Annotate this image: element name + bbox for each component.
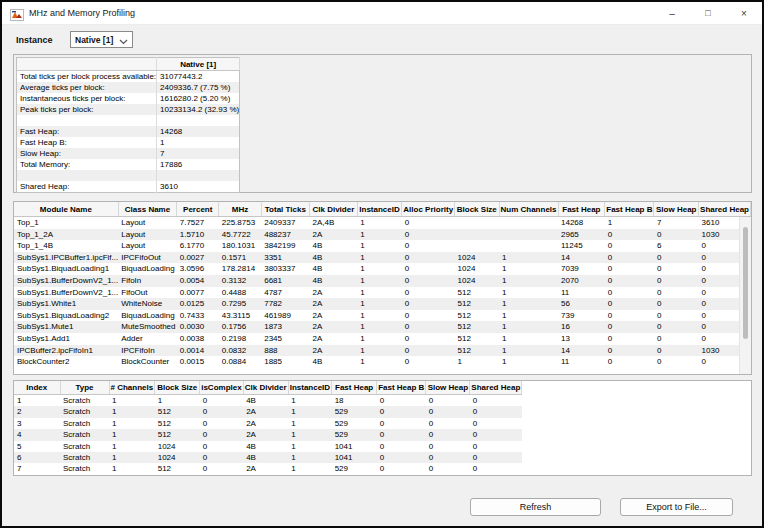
table-cell[interactable]: 0: [377, 429, 426, 440]
table-cell[interactable]: 0.0030: [177, 321, 219, 333]
table-cell[interactable]: SubSys1.BufferDownV2_1...: [14, 275, 118, 287]
table-cell[interactable]: 1: [109, 463, 155, 474]
table-cell[interactable]: 1: [499, 333, 558, 345]
table-cell[interactable]: 1: [357, 345, 402, 357]
table-cell[interactable]: SubSys1.BiquadLoading2: [14, 310, 118, 322]
table-cell[interactable]: 3803337: [261, 263, 309, 275]
table-cell[interactable]: SubSys1.Mute1: [14, 321, 118, 333]
table-row[interactable]: 4Scratch151202A1529000: [14, 429, 522, 440]
table-cell[interactable]: WhiteNoise: [118, 298, 176, 310]
table-cell[interactable]: SubSys1.Add1: [14, 333, 118, 345]
table-cell[interactable]: 0: [426, 418, 470, 429]
table-cell[interactable]: 0: [402, 310, 455, 322]
table-cell[interactable]: 11245: [558, 240, 605, 252]
table-cell[interactable]: 1: [109, 395, 155, 407]
table-row[interactable]: SubSys1.White1WhiteNoise0.01250.72957782…: [14, 298, 751, 310]
table-cell[interactable]: Scratch: [60, 429, 109, 440]
table-cell[interactable]: 1: [109, 429, 155, 440]
table-cell[interactable]: 1: [499, 252, 558, 264]
table-cell[interactable]: 2A: [309, 345, 357, 357]
table-cell[interactable]: 1041: [332, 441, 377, 452]
table-cell[interactable]: 0: [470, 406, 522, 417]
table-cell[interactable]: 0: [654, 356, 699, 368]
table-row[interactable]: BlockCounter2BlockCounter0.00150.0884188…: [14, 356, 751, 368]
table-cell[interactable]: 1: [499, 275, 558, 287]
table-cell[interactable]: 4B: [309, 356, 357, 368]
table-cell[interactable]: 2345: [261, 333, 309, 345]
table-row[interactable]: SubSys1.BufferDownV2_1...FifoOut0.00770.…: [14, 287, 751, 299]
table-cell[interactable]: 1: [357, 229, 402, 241]
table-cell[interactable]: 0: [654, 310, 699, 322]
table-cell[interactable]: 1024: [455, 252, 499, 264]
table-cell[interactable]: SubSys1.IPCBuffer1.ipcFif...: [14, 252, 118, 264]
table-cell[interactable]: 0: [402, 240, 455, 252]
table-cell[interactable]: 0.0015: [177, 356, 219, 368]
table-cell[interactable]: 461989: [261, 310, 309, 322]
table-cell[interactable]: 1: [288, 463, 331, 474]
table-cell[interactable]: 0: [605, 275, 654, 287]
table-cell[interactable]: 0: [402, 217, 455, 229]
table-cell[interactable]: 0: [605, 240, 654, 252]
table-cell[interactable]: 2A: [309, 287, 357, 299]
maximize-button-icon[interactable]: □: [690, 2, 726, 24]
table-cell[interactable]: 1: [357, 252, 402, 264]
table-cell[interactable]: Layout: [118, 229, 176, 241]
table-cell[interactable]: 4B: [309, 240, 357, 252]
table-cell[interactable]: 0: [605, 333, 654, 345]
table-cell[interactable]: 1: [14, 395, 60, 407]
table-cell[interactable]: 2A: [243, 418, 288, 429]
table-cell[interactable]: 0: [605, 310, 654, 322]
table-cell[interactable]: 2A: [243, 406, 288, 417]
table-cell[interactable]: 512: [455, 287, 499, 299]
table-cell[interactable]: Layout: [118, 240, 176, 252]
table-cell[interactable]: 0: [654, 345, 699, 357]
table-cell[interactable]: BlockCounter2: [14, 356, 118, 368]
table-cell[interactable]: 0.3132: [219, 275, 261, 287]
table-cell[interactable]: 0: [402, 287, 455, 299]
table-cell[interactable]: 0: [426, 441, 470, 452]
table-cell[interactable]: 2A: [309, 310, 357, 322]
table-cell[interactable]: Top_1_2A: [14, 229, 118, 241]
table-cell[interactable]: SubSys1.BufferDownV2_1...: [14, 287, 118, 299]
table-cell[interactable]: 0.0038: [177, 333, 219, 345]
table-cell[interactable]: 0: [402, 356, 455, 368]
table-cell[interactable]: 0: [402, 345, 455, 357]
table-cell[interactable]: 1.5710: [177, 229, 219, 241]
table-row[interactable]: 6Scratch1102404B11041000: [14, 452, 522, 463]
table-cell[interactable]: 0: [426, 395, 470, 407]
table-cell[interactable]: 0: [402, 252, 455, 264]
table-cell[interactable]: 0: [654, 252, 699, 264]
table-cell[interactable]: 1: [288, 418, 331, 429]
table-cell[interactable]: MuteSmoothed: [118, 321, 176, 333]
table-cell[interactable]: 14: [558, 345, 605, 357]
table-cell[interactable]: 0.1571: [219, 252, 261, 264]
table-cell[interactable]: 0: [377, 395, 426, 407]
table-cell[interactable]: 0: [605, 287, 654, 299]
table-cell[interactable]: 4787: [261, 287, 309, 299]
table-cell[interactable]: 1: [499, 263, 558, 275]
table-cell[interactable]: 0: [470, 395, 522, 407]
table-cell[interactable]: FifoIn: [118, 275, 176, 287]
table-cell[interactable]: 0.2198: [219, 333, 261, 345]
table-cell[interactable]: Scratch: [60, 418, 109, 429]
table-cell[interactable]: 1: [357, 240, 402, 252]
table-cell[interactable]: 0: [605, 345, 654, 357]
table-cell[interactable]: 0: [200, 463, 243, 474]
table-row[interactable]: 5Scratch1102404B11041000: [14, 441, 522, 452]
table-cell[interactable]: 0: [402, 333, 455, 345]
table-cell[interactable]: 1: [109, 452, 155, 463]
table-cell[interactable]: 1: [288, 429, 331, 440]
table-cell[interactable]: 1: [109, 406, 155, 417]
table-cell[interactable]: 4B: [243, 441, 288, 452]
table-cell[interactable]: 1: [357, 356, 402, 368]
table-cell[interactable]: 1: [499, 356, 558, 368]
table-cell[interactable]: 512: [455, 298, 499, 310]
table-cell[interactable]: 0: [200, 406, 243, 417]
table-cell[interactable]: 512: [455, 321, 499, 333]
table-cell[interactable]: 2070: [558, 275, 605, 287]
table-cell[interactable]: Scratch: [60, 452, 109, 463]
table-row[interactable]: 3Scratch151202A1529000: [14, 418, 522, 429]
table-cell[interactable]: 4B: [309, 252, 357, 264]
table-cell[interactable]: 0: [200, 452, 243, 463]
table-cell[interactable]: 1: [288, 395, 331, 407]
